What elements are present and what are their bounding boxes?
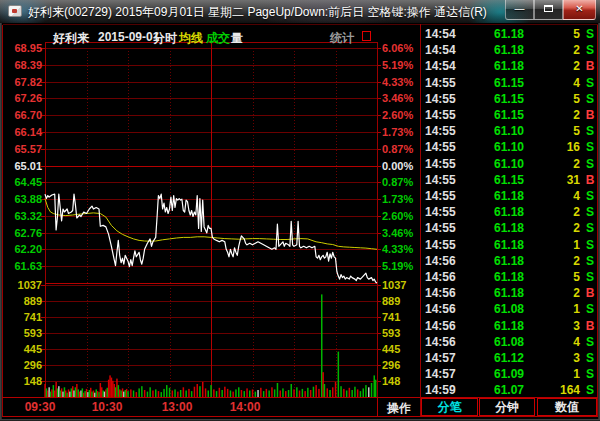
window-border-left	[0, 23, 2, 419]
tick-flag: S	[583, 205, 597, 219]
tick-row: 14:55 61.10 5 S	[420, 124, 598, 140]
tick-price: 61.07	[458, 383, 524, 397]
tick-volume: 16	[526, 140, 580, 154]
percent-axis-label: 1.73%	[382, 194, 422, 205]
price-axis-label: 62.76	[2, 228, 42, 239]
tick-volume: 2	[526, 43, 580, 57]
percent-axis-label: 1.73%	[382, 127, 422, 138]
tick-price: 61.12	[458, 351, 524, 365]
tick-row: 14:54 61.18 5 S	[420, 27, 598, 43]
volume-axis-label: 1037	[2, 280, 42, 291]
tick-flag: B	[583, 286, 597, 300]
volume-axis-label: 445	[2, 344, 42, 355]
percent-axis-label: 0.87%	[382, 177, 422, 188]
tick-flag: S	[583, 221, 597, 235]
volume-axis-label: 741	[382, 312, 422, 323]
tick-price: 61.10	[458, 140, 524, 154]
stock-name-label: 好利来	[53, 30, 89, 47]
tick-flag: S	[583, 92, 597, 106]
app-icon	[8, 5, 22, 17]
tick-flag: S	[583, 335, 597, 349]
tick-row: 14:55 61.15 31 B	[420, 173, 598, 189]
tick-volume: 2	[526, 108, 580, 122]
close-button[interactable]: ✕	[563, 0, 596, 20]
tick-row: 14:55 61.15 2 B	[420, 108, 598, 124]
footer-tab-2[interactable]: 数值	[537, 398, 597, 416]
main-content: 好利来 2015-09-01 分时 均线 成交 量 统计 68.9568.396…	[2, 23, 598, 419]
tick-price: 61.18	[458, 221, 524, 235]
tick-volume: 2	[526, 59, 580, 73]
volume-axis-label: 889	[2, 296, 42, 307]
volume-axis-label: 593	[2, 328, 42, 339]
tick-price: 61.15	[458, 173, 524, 187]
footer-tab-1[interactable]: 分钟	[479, 398, 535, 416]
window-title: 好利来(002729) 2015年09月01日 星期二 PageUp/Down:…	[28, 4, 487, 21]
tick-row: 14:55 61.15 5 S	[420, 92, 598, 108]
time-axis-label: 13:00	[154, 400, 200, 414]
percent-axis-label: 5.19%	[382, 60, 422, 71]
tick-row: 14:55 61.10 2 S	[420, 157, 598, 173]
title-bar[interactable]: 好利来(002729) 2015年09月01日 星期二 PageUp/Down:…	[0, 0, 600, 23]
price-axis-label: 63.32	[2, 211, 42, 222]
time-axis-label: 10:30	[84, 400, 130, 414]
tick-flag: S	[583, 27, 597, 41]
percent-axis-label: 3.46%	[382, 228, 422, 239]
tick-price: 61.10	[458, 157, 524, 171]
volume-axis-label: 889	[382, 296, 422, 307]
tick-price: 61.18	[458, 205, 524, 219]
volume-axis-label: 593	[382, 328, 422, 339]
tick-price: 61.18	[458, 59, 524, 73]
percent-axis-label: 6.06%	[382, 43, 422, 54]
percent-axis-label: 4.33%	[382, 244, 422, 255]
price-axis-label: 63.88	[2, 194, 42, 205]
volume-axis-label: 1037	[382, 280, 422, 291]
volume-axis-label: 296	[2, 360, 42, 371]
tick-row: 14:54 61.18 2 S	[420, 43, 598, 59]
tick-flag: S	[583, 140, 597, 154]
tick-row: 14:57 61.09 1 S	[420, 367, 598, 383]
tick-price: 61.10	[458, 124, 524, 138]
tick-price: 61.18	[458, 254, 524, 268]
percent-axis-label: 2.60%	[382, 211, 422, 222]
time-axis-label: 14:00	[222, 400, 268, 414]
tick-row: 14:56 61.08 4 S	[420, 335, 598, 351]
tick-volume: 2	[526, 157, 580, 171]
tick-price: 61.18	[458, 27, 524, 41]
tick-price: 61.15	[458, 76, 524, 90]
tick-volume: 5	[526, 124, 580, 138]
percent-axis-label: 4.33%	[382, 77, 422, 88]
tick-flag: S	[583, 351, 597, 365]
ma-indicator-label[interactable]: 均线	[179, 30, 203, 47]
tick-row: 14:54 61.18 2 B	[420, 59, 598, 75]
tick-trade-list: 14:54 61.18 5 S 14:54 61.18 2 S 14:54 61…	[420, 27, 598, 403]
tick-flag: S	[583, 254, 597, 268]
volume-indicator-label[interactable]: 成交	[206, 30, 230, 47]
tick-price: 61.15	[458, 108, 524, 122]
tick-price: 61.09	[458, 367, 524, 381]
tick-flag: S	[583, 302, 597, 316]
operate-button[interactable]: 操作	[378, 400, 420, 417]
stats-panel-toggle-icon[interactable]	[362, 31, 371, 41]
footer-tab-0[interactable]: 分笔	[421, 398, 478, 416]
tick-price: 61.18	[458, 319, 524, 333]
price-axis-label: 66.70	[2, 110, 42, 121]
tick-volume: 1	[526, 367, 580, 381]
tick-volume: 2	[526, 286, 580, 300]
tick-flag: B	[583, 319, 597, 333]
minimize-button[interactable]: —	[505, 0, 534, 20]
tick-flag: S	[583, 383, 597, 397]
tick-price: 61.08	[458, 335, 524, 349]
tick-price: 61.18	[458, 238, 524, 252]
stats-label[interactable]: 统计	[330, 30, 354, 47]
maximize-button[interactable]	[534, 0, 563, 20]
tick-volume: 4	[526, 335, 580, 349]
tick-volume: 3	[526, 351, 580, 365]
tick-volume: 2	[526, 254, 580, 268]
price-axis-label: 68.39	[2, 60, 42, 71]
price-axis-label: 67.26	[2, 93, 42, 104]
chart-date-label: 2015-09-01	[98, 30, 159, 44]
volume-axis-label: 148	[2, 376, 42, 387]
tick-price: 61.08	[458, 302, 524, 316]
volume-axis-label: 148	[382, 376, 422, 387]
tick-row: 14:55 61.10 16 S	[420, 140, 598, 156]
